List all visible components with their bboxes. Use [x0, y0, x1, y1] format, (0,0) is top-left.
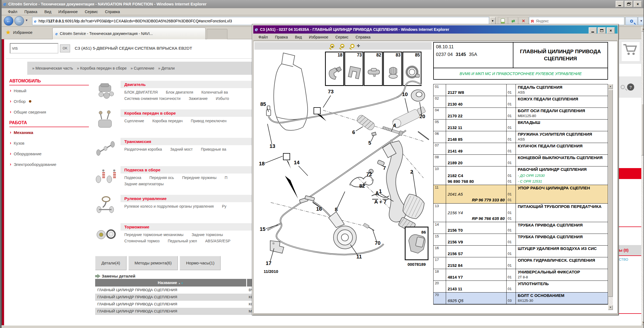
- diagram-callout-20[interactable]: 20: [419, 114, 425, 119]
- diagram-callout-15[interactable]: 15: [260, 226, 266, 232]
- diagram-callout-4[interactable]: 4: [393, 123, 396, 128]
- forward-button[interactable]: →: [14, 16, 24, 26]
- scroll-down-icon[interactable]: ▼: [608, 305, 613, 310]
- diagram-callout-8[interactable]: 8: [335, 207, 338, 212]
- favorites-label[interactable]: Избранное: [13, 30, 32, 35]
- diagram-callout-A[interactable]: A: [375, 190, 379, 196]
- breadcrumb-item[interactable]: Сцепление: [131, 66, 154, 70]
- section-link-Блок двигателя[interactable]: Блок двигателя: [166, 90, 193, 94]
- favorites-star-icon[interactable]: ★: [5, 29, 11, 36]
- diagram-callout-00078189[interactable]: 00078189: [408, 262, 426, 267]
- search-input[interactable]: [535, 19, 612, 23]
- section-link-Зажигание[interactable]: Зажигание: [189, 96, 207, 101]
- section-link-Передняя ось[interactable]: Передняя ось: [149, 175, 174, 180]
- breadcrumb-item[interactable]: Детали: [158, 66, 175, 70]
- breadcrumb-item[interactable]: Коробка передач в сборе: [77, 66, 127, 70]
- part-row-05[interactable]: 052132 1101ВКЛАДЫШ: [434, 120, 608, 131]
- zoom-out-icon[interactable]: −: [340, 44, 344, 48]
- diagram-callout-82[interactable]: 82: [359, 183, 365, 189]
- popup-titlebar[interactable]: e C3 (A51) - 0237 04 314535A - ГЛАВНЫЙ Ц…: [253, 25, 618, 34]
- section-link-Задний мост[interactable]: Задний мост: [170, 147, 193, 151]
- menu-Сервис[interactable]: Сервис: [332, 35, 352, 39]
- part-row-01[interactable]: 012127 W801ПЕДАЛЬ СЦЕПЛЕНИЯASS: [434, 84, 608, 96]
- diagram-callout-86[interactable]: 86: [421, 230, 426, 234]
- sidebar-item-Новый[interactable]: ›Новый: [10, 88, 91, 93]
- diagram-callout-16[interactable]: 16: [316, 206, 322, 212]
- part-row-02[interactable]: 022130 4001КОЖУХ ПЕДАЛИ СЦЕПЛЕНИЯ: [434, 96, 608, 108]
- section-title[interactable]: Двигатель: [121, 81, 254, 88]
- part-row-06[interactable]: 062148 8501ПРУЖИНА УСИЛИТЕЛЯ СЦЕПЛЕНИЯAS…: [434, 131, 608, 143]
- info-icon[interactable]: ?: [627, 84, 634, 91]
- diagram-callout-A + 7[interactable]: A + 7: [374, 199, 386, 205]
- menu-Файл[interactable]: Файл: [4, 10, 21, 14]
- sidebar-item-Механика[interactable]: ›Механика: [10, 130, 91, 135]
- part-row-15[interactable]: 152156 V901ТРУБКА ПРИВОДА СЦЕПЛЕНИЯ: [434, 234, 608, 246]
- tab-Нормо-часы(1)[interactable]: Нормо-часы(1): [180, 256, 221, 270]
- section-link-Задние амортизаторы[interactable]: Задние амортизаторы: [124, 182, 164, 186]
- table-row[interactable]: ГЛАВНЫЙ ЦИЛИНДР ПРИВОДА СЦЕПЛЕНИЯКС: [95, 294, 259, 301]
- section-link-БЛОК ДВИГАТЕЛЯ[interactable]: БЛОК ДВИГАТЕЛЯ: [124, 90, 158, 94]
- diagram-callout-18[interactable]: 18: [259, 161, 264, 166]
- popup-maximize-button[interactable]: [598, 27, 606, 34]
- part-row-14[interactable]: 142156 T001ТРУБКА ПРИВОДА СЦЕПЛЕНИЯ: [434, 222, 608, 234]
- section-link-Избыто[interactable]: Избыто: [216, 96, 229, 101]
- scroll-down-icon[interactable]: ▼: [641, 320, 644, 325]
- sort-asc-icon[interactable]: ▲: [178, 282, 181, 285]
- tab-Методы ремонта(6)[interactable]: Методы ремонта(6): [128, 256, 178, 270]
- sidebar-item-Оборудование[interactable]: ›Оборудование: [10, 151, 91, 156]
- new-tab-stub[interactable]: [207, 29, 227, 39]
- menu-Вид[interactable]: Вид: [41, 10, 55, 14]
- popup-minimize-button[interactable]: [589, 27, 597, 34]
- results-table-header[interactable]: Название ▲▼: [95, 279, 259, 287]
- scroll-up-icon[interactable]: ▲: [641, 27, 644, 32]
- menu-Справка[interactable]: Справка: [352, 35, 374, 39]
- section-link-П[interactable]: П: [225, 175, 227, 180]
- table-row[interactable]: ГЛАВНЫЙ ЦИЛИНДР ПРИВОДА СЦЕПЛЕНИЯBV: [95, 287, 259, 294]
- zoom-pan-icon[interactable]: [350, 44, 354, 48]
- part-row-20[interactable]: 202143 1101УПЛОТНИТЕЛЬ: [434, 281, 608, 293]
- popup-close-button[interactable]: ×: [607, 27, 615, 34]
- section-title[interactable]: Подвеска в сборе: [121, 166, 254, 174]
- diagram-callout-11[interactable]: 11: [356, 254, 362, 260]
- back-button[interactable]: ←: [4, 16, 13, 26]
- section-link-Стояночный тормоз[interactable]: Стояночный тормоз: [124, 239, 160, 243]
- sidebar-item-Электрооборудование[interactable]: ›Электрооборудование: [10, 162, 91, 167]
- diagram-callout-13[interactable]: 13: [269, 143, 275, 149]
- section-link-Передние тормозные механизмы[interactable]: Передние тормозные механизмы: [124, 232, 183, 237]
- section-title[interactable]: Коробка передач в сборе: [121, 109, 254, 117]
- main-scrollbar[interactable]: ▲ ▼: [641, 27, 644, 325]
- part-row-70[interactable]: 706925 Q503БОЛТ С ОСНОВАНИЕМ8X125-30: [434, 293, 608, 304]
- zoom-icon[interactable]: [621, 85, 625, 89]
- section-title[interactable]: Рулевое управление: [121, 195, 254, 202]
- part-row-08[interactable]: 082189 2001КОНЦЕВОЙ ВЫКЛЮЧАТЕЛЬ СЦЕПЛЕНИ…: [434, 155, 608, 166]
- breadcrumb-item[interactable]: Механическая часть: [32, 66, 73, 70]
- search-button[interactable]: [625, 17, 637, 25]
- section-link-Раздаточная коробка[interactable]: Раздаточная коробка: [124, 147, 162, 151]
- diagram-callout-70[interactable]: 70: [375, 240, 380, 246]
- menu-Сервис[interactable]: Сервис: [81, 10, 101, 14]
- minimize-button[interactable]: [616, 1, 624, 7]
- diagram-callout-6[interactable]: 6: [352, 129, 355, 135]
- menu-Справка[interactable]: Справка: [101, 10, 124, 14]
- part-row-16[interactable]: 162156 S701ШТУЦЕР УДАЛЕНИЯ ВОЗДУХА ИЗ СИ…: [434, 246, 608, 257]
- parts-scrollbar[interactable]: ▲ ▼: [608, 84, 613, 310]
- menu-Вид[interactable]: Вид: [291, 35, 305, 39]
- section-title[interactable]: Трансмиссия: [121, 138, 254, 145]
- tab-Детали(4)[interactable]: Детали(4): [95, 256, 127, 270]
- history-dropdown-icon[interactable]: ▼: [25, 19, 28, 22]
- section-link-Ру[interactable]: Ру: [222, 204, 226, 208]
- part-row-13[interactable]: 132156 Y4RP 96 766 635 800101ПИТАЮЩИЙ ТР…: [434, 204, 608, 222]
- vis-input[interactable]: [10, 43, 58, 53]
- section-link-Задние тормозны[interactable]: Задние тормозны: [192, 232, 223, 237]
- menu-Правка[interactable]: Правка: [21, 10, 41, 14]
- section-link-Педальный узел[interactable]: Педальный узел: [168, 239, 197, 243]
- section-link-Приводные ва[interactable]: Приводные ва: [201, 147, 226, 151]
- diagram-callout-17[interactable]: 17: [266, 260, 271, 266]
- zoom-in-icon[interactable]: +: [330, 44, 334, 48]
- part-row-07[interactable]: 072141 4901КУЛАЧОК ПЕДАЛИ СЦЕПЛЕНИЯ: [434, 143, 608, 155]
- scrollbar-thumb[interactable]: [641, 104, 644, 156]
- section-link-Подвеска[interactable]: Подвеска: [124, 175, 141, 180]
- section-link-ABS/ASR/ESP[interactable]: ABS/ASR/ESP: [205, 239, 230, 243]
- restore-button[interactable]: [625, 1, 633, 7]
- section-link-Рулевое колесо и подрулевые органы управления[interactable]: Рулевое колесо и подрулевые органы управ…: [124, 204, 214, 208]
